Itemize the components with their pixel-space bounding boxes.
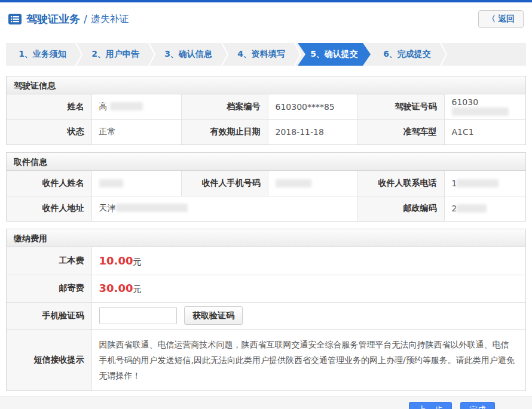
license-number-label: 驾驶证号码 (357, 94, 444, 119)
sms-notice-label: 短信接收提示 (7, 329, 91, 390)
table-row: 状态 正常 有效期止日期 2018-11-18 准驾车型 A1C1 (7, 119, 525, 144)
step-wizard: 1、业务须知 2、用户申告 3、确认信息 4、资料填写 5、确认提交 6、完成提… (6, 43, 526, 66)
step-label: 6、完成提交 (383, 49, 431, 60)
work-fee-value: 10.00元 (91, 247, 525, 275)
recipient-phone-text: 1 (452, 179, 457, 188)
sms-code-cell: 获取验证码 (91, 302, 525, 329)
valid-until-value: 2018-11-18 (268, 119, 357, 144)
redaction-mask (457, 204, 487, 213)
step-label: 4、资料填写 (237, 49, 285, 60)
step-label: 3、确认信息 (164, 49, 212, 60)
table-row: 邮寄费 30.00元 (7, 275, 525, 302)
mail-fee-amount: 30.00 (99, 282, 133, 294)
name-value: 高 (91, 94, 181, 119)
step-4-fill-materials[interactable]: 4、资料填写 (225, 43, 298, 66)
status-value: 正常 (91, 119, 181, 144)
table-row: 收件人姓名 收件人手机号码 收件人联系电话 1 (7, 171, 525, 196)
name-value-text: 高 (99, 102, 108, 111)
redaction-mask (110, 102, 143, 110)
previous-step-button[interactable]: 上一步 (409, 402, 452, 409)
work-fee-label: 工本费 (7, 247, 91, 275)
license-info-section: 驾驶证信息 姓名 高 档案编号 610300****85 驾驶证号码 61030… (6, 76, 526, 145)
recipient-phone-value: 1 (444, 171, 525, 196)
step-5-confirm-submit-active[interactable]: 5、确认提交 (298, 43, 371, 66)
recipient-mobile-label: 收件人手机号码 (181, 171, 268, 196)
fees-section: 缴纳费用 工本费 10.00元 邮寄费 30.00元 手机验证码 获取验证码 短… (6, 229, 526, 391)
step-6-complete-submit[interactable]: 6、完成提交 (371, 43, 444, 66)
page-title: 驾驶证业务 (26, 12, 80, 26)
work-fee-unit: 元 (133, 257, 141, 266)
postal-code-value: 2 (444, 196, 525, 221)
step-1-business-notice[interactable]: 1、业务须知 (6, 43, 79, 66)
table-row: 手机验证码 获取验证码 (7, 302, 525, 329)
table-row: 短信接收提示 因陕西省联通、电信运营商技术问题，陕西省互联网交通安全综合服务管理… (7, 329, 525, 390)
table-row: 工本费 10.00元 (7, 247, 525, 275)
chevron-left-icon: 〈 (487, 14, 496, 24)
step-separator (440, 43, 447, 66)
step-label: 5、确认提交 (310, 49, 358, 60)
postal-code-label: 邮政编码 (357, 196, 444, 221)
sms-notice-text: 因陕西省联通、电信运营商技术问题，陕西省互联网交通安全综合服务管理平台无法向持陕… (91, 329, 525, 390)
license-number-text: 61030 (452, 97, 479, 107)
pickup-section-title: 取件信息 (7, 153, 525, 171)
footer-action-bar: 上一步 完成 (0, 396, 532, 409)
postal-code-text: 2 (452, 204, 457, 213)
table-row: 姓名 高 档案编号 610300****85 驾驶证号码 61030 (7, 94, 525, 119)
name-label: 姓名 (7, 94, 91, 119)
back-button-label: 返回 (498, 14, 515, 24)
vehicle-class-label: 准驾车型 (357, 119, 444, 144)
step-separator (75, 43, 82, 66)
step-separator (148, 43, 155, 66)
title-separator: / (84, 13, 87, 25)
redaction-mask (116, 204, 188, 212)
license-section-title: 驾驶证信息 (7, 76, 525, 94)
mail-fee-unit: 元 (133, 284, 141, 294)
sms-code-input[interactable] (99, 307, 177, 324)
page-header: 驾驶证业务 / 遗失补证 〈 返回 (0, 2, 532, 35)
step-label: 2、用户申告 (91, 49, 139, 60)
step-3-confirm-info[interactable]: 3、确认信息 (152, 43, 225, 66)
recipient-address-label: 收件人地址 (7, 196, 91, 221)
file-number-value: 610300****85 (268, 94, 357, 119)
license-number-value: 61030 (444, 94, 525, 119)
page-subtitle: 遗失补证 (91, 13, 129, 26)
mail-fee-label: 邮寄费 (7, 275, 91, 302)
fees-section-title: 缴纳费用 (7, 229, 525, 247)
back-button[interactable]: 〈 返回 (478, 10, 524, 28)
file-number-label: 档案编号 (181, 94, 268, 119)
list-icon (8, 14, 22, 24)
status-label: 状态 (7, 119, 91, 144)
pickup-info-table: 收件人姓名 收件人手机号码 收件人联系电话 1 收件人地址 天津 邮政编码 2 (7, 171, 525, 221)
recipient-name-value (91, 171, 181, 196)
sms-code-label: 手机验证码 (7, 302, 91, 329)
mail-fee-value: 30.00元 (91, 275, 525, 302)
step-separator (221, 43, 228, 66)
recipient-name-label: 收件人姓名 (7, 171, 91, 196)
license-info-table: 姓名 高 档案编号 610300****85 驾驶证号码 61030 状态 正常… (7, 94, 525, 144)
fees-table: 工本费 10.00元 邮寄费 30.00元 手机验证码 获取验证码 短信接收提示… (7, 247, 525, 390)
pickup-info-section: 取件信息 收件人姓名 收件人手机号码 收件人联系电话 1 收件人地址 天津 邮政… (6, 152, 526, 222)
recipient-phone-label: 收件人联系电话 (357, 171, 444, 196)
recipient-mobile-value (268, 171, 357, 196)
vehicle-class-value: A1C1 (444, 119, 525, 144)
redaction-mask (276, 179, 311, 187)
work-fee-amount: 10.00 (99, 254, 133, 267)
get-sms-code-button[interactable]: 获取验证码 (184, 306, 243, 325)
recipient-address-text: 天津 (99, 203, 116, 213)
valid-until-label: 有效期止日期 (181, 119, 268, 144)
redaction-mask (457, 179, 499, 187)
redaction-mask (452, 107, 509, 116)
redaction-mask (99, 179, 123, 187)
recipient-address-value: 天津 (91, 196, 357, 221)
table-row: 收件人地址 天津 邮政编码 2 (7, 196, 525, 221)
step-2-user-declaration[interactable]: 2、用户申告 (79, 43, 152, 66)
finish-button[interactable]: 完成 (460, 402, 495, 409)
step-label: 1、业务须知 (19, 49, 66, 60)
